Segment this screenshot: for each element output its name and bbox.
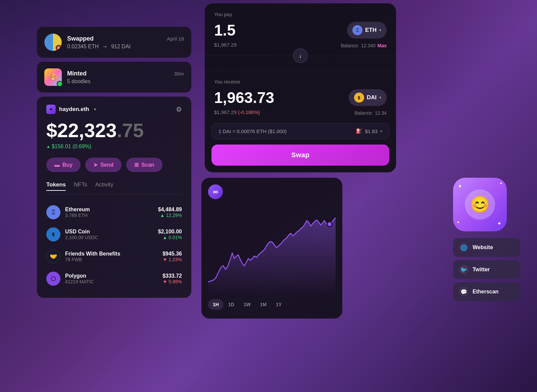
swap-button[interactable]: Swap xyxy=(211,145,389,166)
swap-receive-balance-row: Balance: 12.34 xyxy=(354,110,387,116)
star-bl-icon: ✦ xyxy=(456,220,460,225)
swap-tx-icon: ● xyxy=(44,34,62,51)
usdc-token-info: USD Coin 2,100.00 USDC xyxy=(65,229,153,240)
mint-tx-detail: 5 doodles xyxy=(67,78,184,85)
swap-tx-card[interactable]: ● Swapped April 18 0.02345 ETH → 912 DAI xyxy=(37,27,191,58)
wallet-name: hayden.eth xyxy=(59,106,89,113)
matic-token-change: ▼ 5.99% xyxy=(162,279,182,284)
token-tabs: Tokens NFTs Activity xyxy=(46,181,182,194)
matic-token-name: Polygon xyxy=(65,273,158,279)
matic-token-amount: 41219 MATIC xyxy=(65,279,158,284)
gas-info[interactable]: ⛽ $1.83 ▾ xyxy=(356,128,382,134)
gas-value: $1.83 xyxy=(365,128,378,134)
fwb-token-amount: 78 FWB xyxy=(65,257,158,262)
fwb-token-info: Friends With Benefits 78 FWB xyxy=(65,251,158,262)
swap-rate-bar: 1 DAI = 0.00076 ETH ($1.000) ⛽ $1.83 ▾ xyxy=(211,123,389,139)
swap-rate-text: 1 DAI = 0.00076 ETH ($1.000) xyxy=(218,128,287,134)
pay-token-label: ETH xyxy=(365,27,377,34)
tab-activity[interactable]: Activity xyxy=(95,181,113,191)
star-tl-icon: ✦ xyxy=(458,183,462,189)
eth-token-value: $4,484.89 ▲ 12.29% xyxy=(158,207,182,218)
fwb-token-change: ▼ 1.23% xyxy=(162,257,182,262)
swap-tx-info: Swapped April 18 0.02345 ETH → 912 DAI xyxy=(67,35,184,50)
send-button[interactable]: ➤ Send xyxy=(85,158,121,172)
swap-receive-row: 1,963.73 $ DAI ▾ xyxy=(214,89,387,107)
max-button[interactable]: Max xyxy=(378,43,387,48)
token-item-matic[interactable]: ⬡ Polygon 41219 MATIC $333.72 ▼ 5.99% xyxy=(46,268,182,290)
price-chart xyxy=(208,203,336,296)
receive-token-chevron-icon: ▾ xyxy=(379,95,381,100)
matic-token-info: Polygon 41219 MATIC xyxy=(65,273,158,284)
website-button[interactable]: 🌐 Website xyxy=(453,238,520,257)
time-1m-button[interactable]: 1M xyxy=(255,299,271,310)
token-list: Ξ Ethereum 3.789 ETH $4,484.89 ▲ 12.29% … xyxy=(46,201,182,290)
eth-token-name: Ethereum xyxy=(65,207,153,213)
pay-balance-label: Balance: xyxy=(341,43,359,48)
twitter-bird-icon: 🐦 xyxy=(459,265,469,274)
settings-gear-icon[interactable]: ⚙ xyxy=(176,105,182,113)
balance-change: $156.01 (0.69%) xyxy=(46,144,182,150)
token-item-fwb[interactable]: 🤝 Friends With Benefits 78 FWB $945.36 ▼… xyxy=(46,245,182,268)
swap-pay-usd: $1,967.29 xyxy=(214,42,237,48)
matic-token-icon: ⬡ xyxy=(46,272,60,286)
swap-pay-amount[interactable]: 1.5 xyxy=(214,21,236,39)
wallet-identity[interactable]: ✦ hayden.eth ▾ xyxy=(46,105,96,114)
swap-arrow-divider: ↓ xyxy=(205,56,396,70)
token-item-usdc[interactable]: $ USD Coin 2,100.00 USDC $2,100.00 ▲ 0.0… xyxy=(46,223,182,245)
chart-header: ∞ xyxy=(208,184,336,199)
mint-tx-info: Minted 30m 5 doodles xyxy=(67,70,184,85)
scan-icon: ⊞ xyxy=(134,162,139,168)
twitter-button[interactable]: 🐦 Twitter xyxy=(453,260,520,279)
app-emoji: 😊 xyxy=(465,189,495,220)
website-globe-icon: 🌐 xyxy=(459,243,469,252)
chart-time-bar: 1H 1D 1W 1M 1Y xyxy=(208,299,336,310)
swap-badge-icon: ● xyxy=(56,45,62,51)
fwb-token-icon: 🤝 xyxy=(46,249,60,264)
left-panel: ● Swapped April 18 0.02345 ETH → 912 DAI… xyxy=(37,27,191,298)
swap-receive-label: You receive xyxy=(214,79,387,85)
receive-token-selector[interactable]: $ DAI ▾ xyxy=(349,89,387,106)
pay-token-icon: Ξ xyxy=(352,25,362,35)
etherscan-button[interactable]: 💬 Etherscan xyxy=(453,282,520,301)
swap-tx-date: April 18 xyxy=(167,36,184,42)
eth-token-info: Ethereum 3.789 ETH xyxy=(65,207,153,218)
eth-token-change: ▲ 12.29% xyxy=(158,213,182,218)
app-icon-card: ✦ ✦ ✦ ✦ 😊 xyxy=(453,178,507,231)
action-buttons: ▬ Buy ➤ Send ⊞ Scan xyxy=(46,158,182,172)
swap-receive-usd: $1,967.29 (-0.186%) xyxy=(214,109,260,115)
swap-receive-amount: 1,963.73 xyxy=(214,89,274,107)
app-face: 😊 xyxy=(465,189,495,220)
receive-balance-label: Balance: xyxy=(354,110,373,116)
time-1h-button[interactable]: 1H xyxy=(208,299,224,310)
receive-balance-value: 12.34 xyxy=(375,110,387,116)
matic-token-value: $333.72 ▼ 5.99% xyxy=(162,273,182,284)
pay-token-selector[interactable]: Ξ ETH ▾ xyxy=(347,22,387,39)
token-item-eth[interactable]: Ξ Ethereum 3.789 ETH $4,484.89 ▲ 12.29% xyxy=(46,201,182,223)
time-1w-button[interactable]: 1W xyxy=(239,299,255,310)
buy-button[interactable]: ▬ Buy xyxy=(46,158,81,172)
eth-token-icon: Ξ xyxy=(46,205,60,219)
tab-tokens[interactable]: Tokens xyxy=(46,181,66,191)
time-1d-button[interactable]: 1D xyxy=(224,299,239,310)
usdc-token-icon: $ xyxy=(46,227,60,241)
swap-arrow-icon: → xyxy=(102,44,109,49)
pay-balance-value: 12.340 xyxy=(361,43,376,48)
chart-panel: ∞ 1H 1D 1W 1M 1Y xyxy=(201,178,342,319)
usdc-token-price: $2,100.00 xyxy=(158,229,182,235)
time-1y-button[interactable]: 1Y xyxy=(271,299,286,310)
swap-direction-button[interactable]: ↓ xyxy=(293,48,308,63)
balance-amount: $22,323.75 xyxy=(46,121,182,140)
tab-nfts[interactable]: NFTs xyxy=(74,181,87,191)
wallet-header: ✦ hayden.eth ▾ ⚙ xyxy=(46,105,182,114)
fwb-token-price: $945.36 xyxy=(162,251,182,257)
scan-button[interactable]: ⊞ Scan xyxy=(126,158,162,172)
mint-tx-card[interactable]: 🎨 ↓ Minted 30m 5 doodles xyxy=(37,62,191,93)
etherscan-icon: 💬 xyxy=(459,287,469,296)
eth-token-price: $4,484.89 xyxy=(158,207,182,213)
gas-chevron-icon: ▾ xyxy=(380,129,382,133)
mint-badge-icon: ↓ xyxy=(57,81,63,87)
swap-pay-balance-row: Balance: 12.340 Max xyxy=(341,43,387,48)
wallet-avatar: ✦ xyxy=(46,105,56,114)
app-card: ✦ ✦ ✦ ✦ 😊 🌐 Website 🐦 Twitter 💬 Ethersca… xyxy=(453,178,507,304)
chart-area xyxy=(208,203,336,296)
